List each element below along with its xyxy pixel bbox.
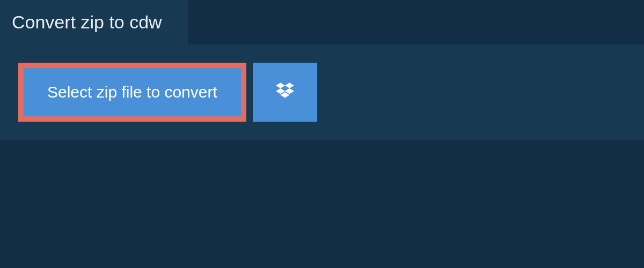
page-title: Convert zip to cdw (0, 0, 188, 44)
action-panel: Select zip file to convert (0, 44, 644, 140)
page-title-text: Convert zip to cdw (12, 12, 162, 32)
select-file-button[interactable]: Select zip file to convert (18, 63, 246, 122)
dropbox-icon (274, 80, 296, 105)
dropbox-button[interactable] (253, 63, 317, 122)
select-file-label: Select zip file to convert (47, 83, 217, 101)
